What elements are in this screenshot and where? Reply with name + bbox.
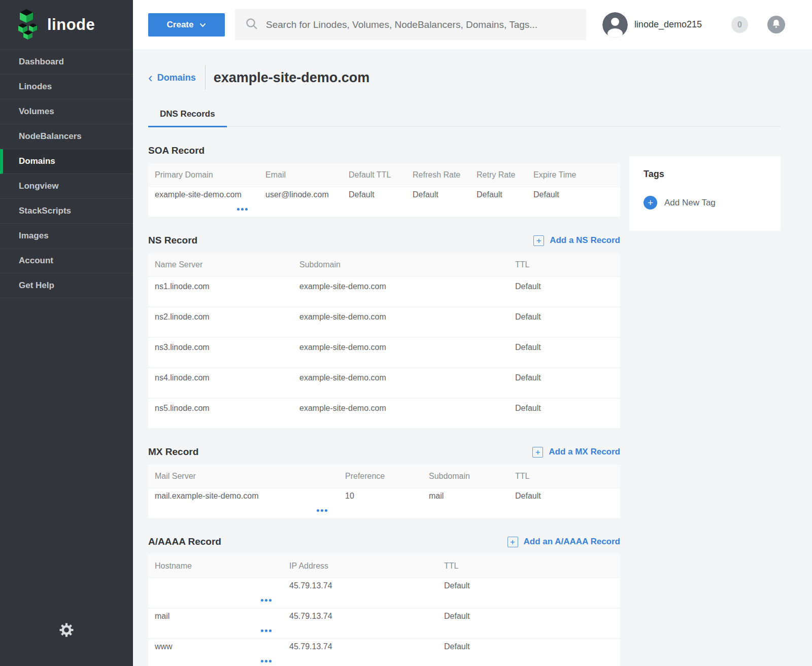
table-row: ns4.linode.comexample-site-demo.comDefau… xyxy=(148,367,620,398)
row-actions-menu[interactable] xyxy=(260,657,273,665)
row-actions-menu[interactable] xyxy=(236,205,249,214)
ns-record-section: NS Record + Add a NS Record Name ServerS… xyxy=(148,234,620,428)
table-row: ns3.linode.comexample-site-demo.comDefau… xyxy=(148,337,620,367)
tab-dns-records[interactable]: DNS Records xyxy=(148,103,227,127)
column-header: Subdomain xyxy=(422,472,509,481)
add-new-tag-button[interactable]: + Add New Tag xyxy=(644,196,766,209)
breadcrumb-back-label: Domains xyxy=(157,73,196,83)
table-row: ns2.linode.comexample-site-demo.comDefau… xyxy=(148,306,620,337)
table-row: www45.79.13.74Default xyxy=(148,638,620,666)
sidebar-item-account[interactable]: Account xyxy=(0,249,133,273)
bell-icon xyxy=(771,19,781,31)
column-header: Email xyxy=(259,170,342,180)
column-header: IP Address xyxy=(283,562,437,571)
plus-circle-icon: + xyxy=(644,196,657,209)
sidebar-item-longview[interactable]: Longview xyxy=(0,174,133,199)
sidebar-item-linodes[interactable]: Linodes xyxy=(0,75,133,99)
table-cell: Default xyxy=(527,190,592,199)
column-header: Subdomain xyxy=(293,260,509,269)
table-cell: 45.79.13.74 xyxy=(283,612,437,621)
pending-count: 0 xyxy=(737,20,742,29)
sidebar-item-stackscripts[interactable]: StackScripts xyxy=(0,199,133,224)
column-header: Retry Rate xyxy=(470,170,527,180)
create-button[interactable]: Create xyxy=(148,13,225,37)
table-cell: example-site-demo.com xyxy=(148,190,259,199)
column-header: TTL xyxy=(437,562,592,571)
search-bar xyxy=(235,9,586,40)
section-title: SOA Record xyxy=(148,145,205,156)
notifications-button[interactable] xyxy=(767,16,785,33)
chevron-down-icon xyxy=(199,20,206,30)
table-row: ns5.linode.comexample-site-demo.comDefau… xyxy=(148,398,620,428)
soa-record-section: SOA Record Primary DomainEmailDefault TT… xyxy=(148,145,620,217)
tags-panel-title: Tags xyxy=(644,169,766,180)
column-header: Mail Server xyxy=(148,472,339,481)
table-cell: mail.example-site-demo.com xyxy=(148,492,339,501)
main-area: Create linode_demo xyxy=(133,0,812,666)
table-cell: example-site-demo.com xyxy=(293,312,509,322)
app-window: linode DashboardLinodesVolumesNodeBalanc… xyxy=(0,0,812,666)
table-cell: 10 xyxy=(339,492,422,501)
sidebar-item-domains[interactable]: Domains xyxy=(0,149,133,174)
column-header: Refresh Rate xyxy=(406,170,470,180)
table-cell: Default xyxy=(509,343,592,352)
plus-square-icon: + xyxy=(532,447,543,458)
topbar: Create linode_demo xyxy=(133,0,812,49)
row-actions-menu[interactable] xyxy=(260,596,273,605)
create-button-label: Create xyxy=(167,20,194,30)
add-mx-record-label: Add a MX Record xyxy=(549,447,620,457)
table-cell: mail xyxy=(148,612,283,621)
row-actions-menu[interactable] xyxy=(316,506,328,515)
logo[interactable]: linode xyxy=(0,0,133,49)
add-a-aaaa-record-label: Add an A/AAAA Record xyxy=(524,537,620,547)
user-menu[interactable]: linode_demo215 xyxy=(602,12,702,38)
a-aaaa-record-table: HostnameIP AddressTTL45.79.13.74Defaultm… xyxy=(148,554,620,666)
sidebar-item-dashboard[interactable]: Dashboard xyxy=(0,50,133,75)
pending-count-badge[interactable]: 0 xyxy=(731,16,748,33)
row-actions-menu[interactable] xyxy=(260,626,273,635)
table-cell: Default xyxy=(437,642,592,651)
table-cell: Default xyxy=(437,612,592,621)
add-mx-record-link[interactable]: + Add a MX Record xyxy=(532,447,620,458)
table-cell: Default xyxy=(509,373,592,382)
gear-icon xyxy=(59,622,74,640)
tab-bar: DNS Records xyxy=(148,103,781,127)
sidebar-item-get-help[interactable]: Get Help xyxy=(0,273,133,298)
plus-square-icon: + xyxy=(533,235,544,246)
search-input[interactable] xyxy=(266,19,576,30)
table-cell: ns1.linode.com xyxy=(148,282,293,291)
tags-panel: Tags + Add New Tag xyxy=(629,156,781,231)
breadcrumb-divider xyxy=(205,65,206,90)
table-cell: Default xyxy=(509,312,592,322)
column-header: Hostname xyxy=(148,562,283,571)
table-cell: Default xyxy=(509,282,592,291)
column-header: Preference xyxy=(339,472,422,481)
content: ‹ Domains example-site-demo.com DNS Reco… xyxy=(133,49,812,666)
column-header: Default TTL xyxy=(342,170,406,180)
sidebar-settings-button[interactable] xyxy=(0,622,133,640)
table-cell: Default xyxy=(406,190,470,199)
table-cell: 45.79.13.74 xyxy=(283,642,437,651)
plus-square-icon: + xyxy=(507,537,518,547)
sidebar-item-nodebalancers[interactable]: NodeBalancers xyxy=(0,124,133,149)
table-cell: example-site-demo.com xyxy=(293,343,509,352)
mx-record-table: Mail ServerPreferenceSubdomainTTLmail.ex… xyxy=(148,465,620,518)
table-row: ns1.linode.comexample-site-demo.comDefau… xyxy=(148,276,620,306)
column-header: TTL xyxy=(509,260,592,269)
section-title: NS Record xyxy=(148,235,197,246)
add-ns-record-link[interactable]: + Add a NS Record xyxy=(533,235,620,246)
table-cell: user@linode.com xyxy=(259,190,342,199)
add-ns-record-label: Add a NS Record xyxy=(550,235,620,246)
table-row: mail45.79.13.74Default xyxy=(148,608,620,638)
column-header: TTL xyxy=(509,472,592,481)
column-header: Name Server xyxy=(148,260,293,269)
breadcrumb-back-link[interactable]: ‹ Domains xyxy=(148,73,196,83)
sidebar-nav: DashboardLinodesVolumesNodeBalancersDoma… xyxy=(0,49,133,298)
add-a-aaaa-record-link[interactable]: + Add an A/AAAA Record xyxy=(507,537,620,547)
sidebar-item-volumes[interactable]: Volumes xyxy=(0,99,133,124)
column-header: Expire Time xyxy=(527,170,592,180)
table-cell: Default xyxy=(342,190,406,199)
sidebar-item-images[interactable]: Images xyxy=(0,224,133,249)
chevron-left-icon: ‹ xyxy=(148,73,153,82)
section-title: MX Record xyxy=(148,446,198,458)
